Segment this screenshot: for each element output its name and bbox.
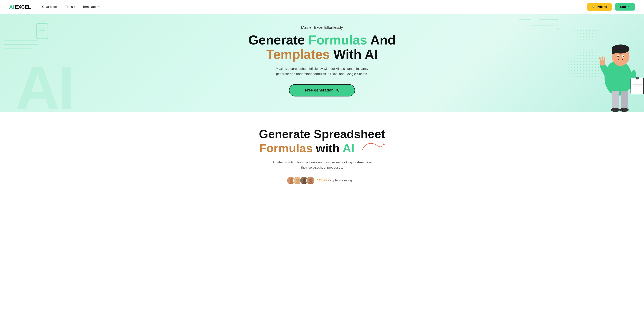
nav-templates[interactable]: Templates ▾ bbox=[82, 5, 100, 9]
s2-formulas: Formulas bbox=[259, 142, 312, 155]
title-part2: And bbox=[367, 33, 396, 47]
logo[interactable]: AI EXCEL bbox=[9, 4, 31, 10]
svg-rect-0 bbox=[36, 24, 48, 39]
hero-section: AI Master Excel Effortlessly Generate Fo… bbox=[0, 14, 644, 112]
svg-point-26 bbox=[617, 56, 619, 57]
svg-point-20 bbox=[604, 60, 632, 96]
nav-chat-excel[interactable]: Chat excel bbox=[42, 5, 58, 9]
svg-point-12 bbox=[542, 25, 543, 26]
svg-line-31 bbox=[602, 57, 602, 60]
avatar-group bbox=[287, 176, 315, 185]
svg-point-16 bbox=[557, 28, 558, 30]
social-text: 123W+People are using it... bbox=[317, 179, 357, 182]
free-generation-button[interactable]: Free generation ↖ bbox=[289, 84, 355, 97]
dots-decoration bbox=[564, 29, 602, 77]
swirl-decoration bbox=[360, 141, 385, 155]
svg-point-42 bbox=[620, 108, 629, 112]
svg-rect-39 bbox=[612, 91, 619, 110]
section2-description: An ideal solution for individuals and bu… bbox=[270, 160, 374, 170]
hero-description: Maximize spreadsheet efficiency with our… bbox=[272, 66, 372, 77]
chevron-down-icon: ▾ bbox=[74, 6, 75, 8]
s2-title-part1: Generate Spreadsheet bbox=[259, 127, 385, 141]
svg-point-29 bbox=[600, 60, 605, 66]
svg-point-44 bbox=[290, 178, 293, 182]
character-illustration bbox=[592, 31, 644, 112]
crown-icon: 👑 bbox=[592, 5, 595, 9]
title-part3: With AI bbox=[330, 47, 378, 62]
svg-point-28 bbox=[598, 60, 615, 83]
svg-rect-23 bbox=[612, 49, 615, 54]
svg-line-30 bbox=[600, 58, 600, 61]
cursor-icon: ↖ bbox=[336, 88, 339, 93]
hero-content: Master Excel Effortlessly Generate Formu… bbox=[236, 25, 408, 97]
hero-title: Generate Formulas And Templates With AI bbox=[236, 33, 408, 62]
logo-ai: AI bbox=[9, 4, 14, 10]
svg-point-50 bbox=[303, 178, 306, 182]
ai-watermark: AI bbox=[15, 53, 73, 112]
navbar: AI EXCEL Chat excel Tools ▾ Templates ▾ … bbox=[0, 0, 644, 14]
svg-point-22 bbox=[612, 45, 630, 54]
svg-point-33 bbox=[626, 69, 638, 90]
title-formulas: Formulas bbox=[308, 33, 367, 47]
free-gen-label: Free generation bbox=[305, 88, 334, 92]
nav-tools[interactable]: Tools ▾ bbox=[65, 5, 75, 9]
svg-point-53 bbox=[309, 178, 312, 182]
svg-rect-35 bbox=[636, 77, 639, 79]
circuit-decoration bbox=[31, 20, 54, 43]
s2-with: with bbox=[312, 142, 342, 155]
lines-decoration bbox=[4, 33, 42, 71]
svg-point-41 bbox=[611, 108, 620, 112]
title-templates: Templates bbox=[266, 47, 330, 62]
svg-rect-34 bbox=[631, 78, 644, 94]
social-proof: 123W+People are using it... bbox=[9, 176, 635, 185]
s2-ai: AI bbox=[342, 142, 354, 155]
hero-character bbox=[592, 31, 644, 112]
pricing-button[interactable]: 👑 Pricing bbox=[587, 3, 612, 11]
hero-subtitle: Master Excel Effortlessly bbox=[236, 25, 408, 30]
svg-point-21 bbox=[612, 47, 630, 66]
login-button[interactable]: Log in bbox=[615, 3, 635, 11]
nav-links: Chat excel Tools ▾ Templates ▾ bbox=[42, 5, 587, 9]
section2-title: Generate Spreadsheet Formulas with AI bbox=[9, 127, 635, 155]
section2: Generate Spreadsheet Formulas with AI An… bbox=[0, 112, 644, 204]
social-count: 123W+ bbox=[317, 179, 327, 182]
svg-point-19 bbox=[548, 16, 549, 17]
chevron-down-icon: ▾ bbox=[98, 6, 100, 8]
circuit-right bbox=[520, 16, 577, 35]
nav-actions: 👑 Pricing Log in bbox=[587, 3, 635, 11]
title-part1: Generate bbox=[248, 33, 308, 47]
svg-rect-40 bbox=[620, 91, 628, 110]
svg-point-47 bbox=[296, 178, 300, 182]
svg-point-24 bbox=[617, 55, 619, 57]
avatar-4 bbox=[306, 176, 315, 185]
svg-point-25 bbox=[622, 55, 625, 57]
logo-excel: EXCEL bbox=[15, 4, 31, 10]
social-label: People are using it... bbox=[328, 179, 357, 182]
svg-point-27 bbox=[623, 56, 624, 57]
